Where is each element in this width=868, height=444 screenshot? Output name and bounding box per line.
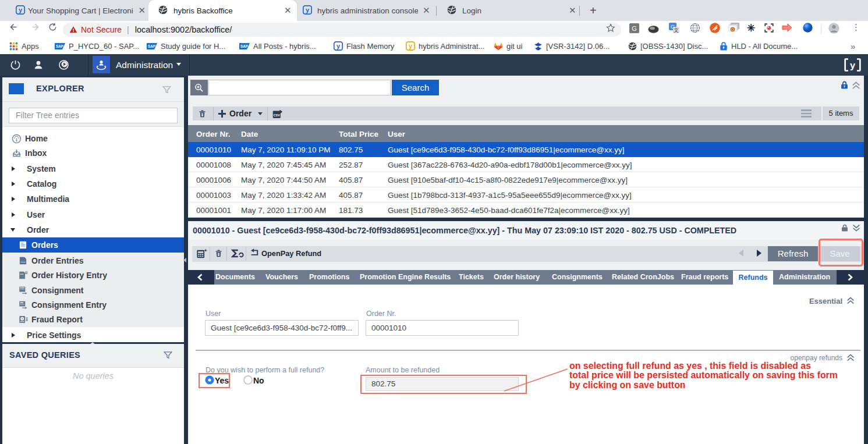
svg-text:y: y xyxy=(19,6,23,13)
svg-text:y: y xyxy=(850,60,856,70)
svg-text:SAP: SAP xyxy=(240,44,248,48)
svg-text:y: y xyxy=(336,42,341,49)
svg-text:SAP: SAP xyxy=(56,44,63,48)
svg-text:y: y xyxy=(306,6,310,13)
svg-text:G: G xyxy=(632,25,637,32)
svg-text:文: 文 xyxy=(674,27,679,33)
svg-text:y: y xyxy=(409,42,413,49)
svg-text:SAP: SAP xyxy=(148,44,155,48)
svg-text:CSV: CSV xyxy=(274,113,281,117)
